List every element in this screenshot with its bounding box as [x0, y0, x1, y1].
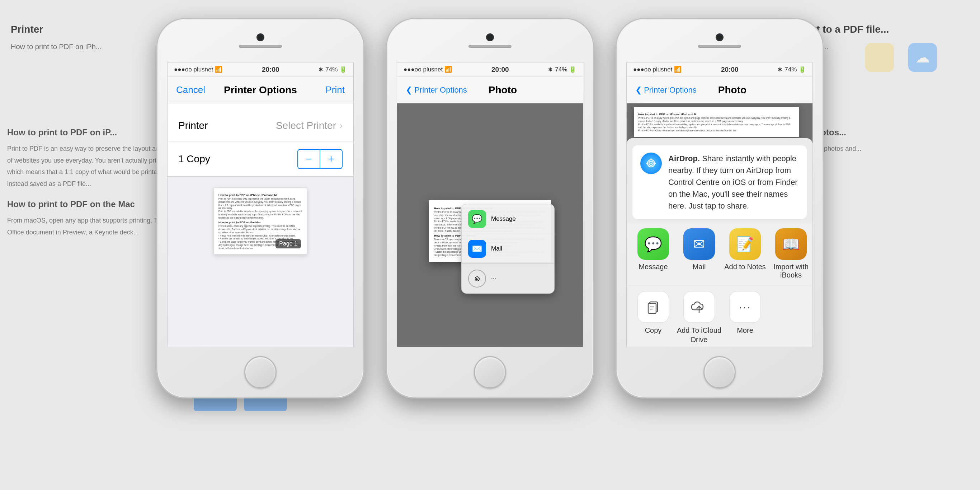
- phone-2-screen: ●●●oo plusnet 📶 20:00 ✱ 74% 🔋 Printer Op…: [397, 62, 583, 347]
- page-preview-1: How to print to PDF on iPhone, iPad and …: [214, 187, 307, 254]
- action-icon-copy[interactable]: Copy: [630, 291, 676, 344]
- page-number-badge: Page 1: [275, 239, 301, 248]
- camera-icon: [256, 34, 264, 41]
- bg-doc-body3: Print to PDF on iOS is more indirect and…: [638, 129, 795, 132]
- status-left-3: ●●●oo plusnet 📶: [633, 66, 682, 73]
- phone-1-bottom: [158, 347, 363, 397]
- battery-1: 74% 🔋: [325, 66, 347, 73]
- preview-body-2: Print to PDF is available anywhere the o…: [218, 210, 302, 219]
- nav-bar-3: Printer Options Photo: [627, 77, 813, 104]
- home-button-1[interactable]: [244, 356, 277, 388]
- phone-1: ●●●oo plusnet 📶 20:00 ✱ 74% 🔋 Cancel Pri…: [156, 18, 364, 399]
- status-bar-2: ●●●oo plusnet 📶 20:00 ✱ 74% 🔋: [397, 62, 583, 77]
- phone-3-screen: ●●●oo plusnet 📶 20:00 ✱ 74% 🔋 Printer Op…: [626, 62, 813, 347]
- message-mini-label: Message: [491, 215, 516, 223]
- nav-bar-2: Printer Options Photo: [397, 77, 583, 104]
- printer-options-content: Printer Select Printer › 1 Copy − +: [167, 110, 353, 347]
- phone-2: ●●●oo plusnet 📶 20:00 ✱ 74% 🔋 Printer Op…: [386, 18, 594, 399]
- back-button-2[interactable]: Printer Options: [406, 85, 467, 95]
- nav-bar-1: Cancel Printer Options Print: [167, 77, 353, 104]
- more-mini-label: ···: [491, 275, 496, 282]
- ibooks-app-icon: 📖: [775, 228, 807, 260]
- copy-action-icon: [638, 291, 669, 323]
- action-icon-icloud[interactable]: Add To iCloud Drive: [676, 291, 722, 344]
- bluetooth-icon-1: ✱: [318, 66, 323, 73]
- photo-page: How to print to PDF on iPhone, iPad and …: [429, 200, 551, 262]
- photo-preview-area: How to print to PDF on iPhone, iPad and …: [397, 104, 583, 347]
- share-mini-row-message[interactable]: 💬 Message: [462, 204, 554, 234]
- time-3: 20:00: [721, 66, 738, 73]
- message-app-label: Message: [638, 263, 668, 271]
- printer-row[interactable]: Printer Select Printer ›: [167, 110, 353, 141]
- preview-body-1: Print to PDF is an easy way to preserve …: [218, 198, 302, 210]
- mail-app-label: Mail: [693, 263, 706, 271]
- phone-1-screen: ●●●oo plusnet 📶 20:00 ✱ 74% 🔋 Cancel Pri…: [167, 62, 354, 347]
- more-action-icon: ···: [729, 291, 761, 323]
- airdrop-mini-icon: ⊚: [468, 270, 486, 287]
- minus-button[interactable]: −: [298, 150, 320, 168]
- app-icon-mail[interactable]: ✉ Mail: [676, 228, 722, 279]
- phone-2-top: [387, 19, 593, 62]
- wifi-icon-2: 📶: [444, 66, 452, 73]
- airdrop-svg: [644, 157, 657, 170]
- preview-body-3: From macOS, open any app that supports p…: [218, 225, 302, 234]
- carrier-1: ●●●oo plusnet: [174, 66, 213, 73]
- icloud-svg-icon: [690, 299, 708, 315]
- share-photo-area: How to print to PDF on iPhone, iPad and …: [627, 104, 813, 347]
- time-2: 20:00: [492, 66, 509, 73]
- print-button[interactable]: Print: [309, 85, 345, 96]
- preview-title: How to print to PDF on iPhone, iPad and …: [218, 193, 302, 197]
- status-bar-1: ●●●oo plusnet 📶 20:00 ✱ 74% 🔋: [167, 62, 353, 77]
- wifi-icon-3: 📶: [674, 66, 682, 73]
- svg-point-5: [650, 163, 652, 164]
- speaker-3: [698, 45, 741, 48]
- airdrop-section: AirDrop. Share instantly with people nea…: [632, 145, 807, 219]
- share-mini-row-mail[interactable]: ✉️ Mail: [462, 234, 554, 264]
- app-icon-message[interactable]: 💬 Message: [630, 228, 676, 279]
- mail-app-icon: ✉: [683, 228, 715, 260]
- phone-3-bottom: [617, 347, 822, 397]
- nav-title-1: Printer Options: [212, 85, 309, 96]
- copy-action-label: Copy: [645, 326, 662, 335]
- bg-document: How to print to PDF on iPhone, iPad and …: [634, 107, 799, 137]
- carrier-2: ●●●oo plusnet: [404, 66, 443, 73]
- status-bar-3: ●●●oo plusnet 📶 20:00 ✱ 74% 🔋: [627, 62, 813, 77]
- action-icon-more[interactable]: ··· More: [722, 291, 768, 344]
- mail-mini-icon: ✉️: [468, 240, 486, 258]
- speaker-2: [468, 45, 512, 48]
- home-button-2[interactable]: [474, 356, 506, 388]
- airdrop-title: AirDrop.: [668, 154, 700, 163]
- copy-row: 1 Copy − +: [167, 142, 353, 177]
- copy-stepper[interactable]: − +: [298, 149, 342, 169]
- message-app-icon: 💬: [638, 228, 669, 260]
- copy-svg-icon: [645, 299, 661, 315]
- status-right-1: ✱ 74% 🔋: [318, 66, 347, 73]
- phone-1-top: [158, 19, 363, 62]
- plus-button[interactable]: +: [320, 150, 342, 168]
- icloud-action-icon: [683, 291, 715, 323]
- camera-icon-3: [716, 34, 724, 41]
- wifi-icon-1: 📶: [215, 66, 223, 73]
- action-icons-row: Copy Add To iCloud: [627, 286, 813, 347]
- app-icon-ibooks[interactable]: 📖 Import with iBooks: [768, 228, 813, 279]
- phone-2-bottom: [387, 347, 593, 397]
- home-button-3[interactable]: [703, 356, 736, 388]
- speaker: [239, 45, 282, 48]
- bluetooth-icon-3: ✱: [778, 66, 782, 73]
- share-mini-row-airdrop[interactable]: ⊚ ···: [462, 264, 554, 293]
- select-printer-text: Select Printer: [276, 120, 336, 131]
- printer-chevron: ›: [340, 121, 342, 131]
- ibooks-app-label: Import with iBooks: [768, 263, 813, 279]
- app-icon-notes[interactable]: 📝 Add to Notes: [722, 228, 768, 279]
- status-left-1: ●●●oo plusnet 📶: [174, 66, 223, 73]
- camera-icon-2: [486, 34, 494, 41]
- time-1: 20:00: [262, 66, 280, 73]
- nav-title-2: Photo: [467, 85, 538, 96]
- bg-icloud-icon: ☁: [908, 43, 937, 72]
- notes-app-label: Add to Notes: [724, 263, 766, 271]
- cancel-button[interactable]: Cancel: [176, 85, 212, 96]
- back-button-3[interactable]: Printer Options: [635, 85, 697, 95]
- mail-mini-label: Mail: [491, 245, 502, 252]
- more-action-label: More: [737, 326, 753, 335]
- bluetooth-icon-2: ✱: [548, 66, 553, 73]
